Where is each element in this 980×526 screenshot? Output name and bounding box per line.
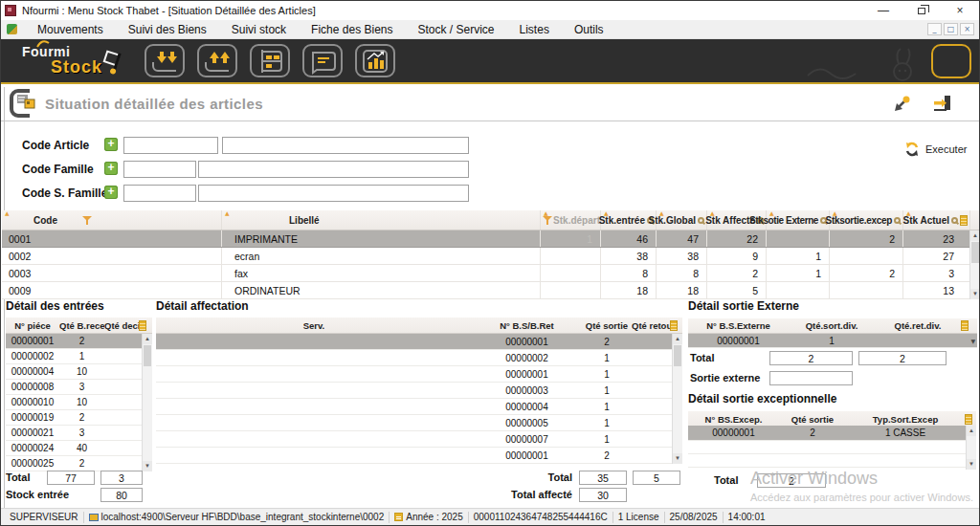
scroll-down-icon[interactable]: ▼ xyxy=(967,459,976,470)
app-icon xyxy=(5,5,16,16)
articles-scrollbar[interactable]: ▲ ▼ xyxy=(969,230,980,299)
list-item[interactable]: 00000001 1 ▼ xyxy=(688,334,977,348)
list-item[interactable]: 000000071 xyxy=(156,431,682,448)
stock-entree-value: 80 xyxy=(100,488,143,502)
search-icon[interactable] xyxy=(951,217,958,224)
filter-funnel-icon[interactable] xyxy=(82,216,92,225)
sort-asc-icon: ▲ xyxy=(833,210,836,216)
column-header-code[interactable]: ▲ Code xyxy=(2,210,222,230)
add-famille-button[interactable]: + xyxy=(104,162,118,175)
list-item[interactable]: 000000213 xyxy=(6,426,152,441)
list-item[interactable]: 000000012 xyxy=(6,334,152,349)
affectation-scrollbar[interactable]: ▲ ▼ xyxy=(672,334,682,464)
column-chooser-icon[interactable] xyxy=(965,414,972,425)
scrollbar-thumb[interactable] xyxy=(674,345,681,366)
mdi-restore-button[interactable]: □ xyxy=(944,23,958,35)
divider xyxy=(664,512,665,523)
scroll-down-icon[interactable]: ▼ xyxy=(143,461,152,471)
list-item[interactable]: 0000000410 xyxy=(6,364,152,380)
entrees-scrollbar[interactable]: ▲ ▼ xyxy=(142,334,152,471)
scroll-down-icon[interactable]: ▼ xyxy=(970,338,975,344)
restore-button[interactable] xyxy=(902,1,941,20)
detail-affectation-panel: Détail affectation Serv. N° B.S/B.Ret Qt… xyxy=(156,299,682,464)
list-item[interactable]: 00000001 2 1 CASSE xyxy=(688,426,976,441)
list-item[interactable] xyxy=(688,454,976,468)
search-icon[interactable] xyxy=(698,217,704,224)
scroll-up-icon[interactable]: ▲ xyxy=(967,426,976,436)
menu-app-icon[interactable] xyxy=(7,24,17,34)
menu-outils[interactable]: Outils xyxy=(562,20,616,39)
menu-stock-service[interactable]: Stock / Service xyxy=(406,20,507,39)
column-chooser-icon[interactable] xyxy=(139,320,146,331)
add-s-famille-button[interactable]: + xyxy=(104,186,118,199)
search-icon[interactable] xyxy=(894,217,901,224)
column-chooser-icon[interactable] xyxy=(670,320,678,331)
toolbar-active-slot-button[interactable] xyxy=(931,44,971,78)
table-row[interactable]: 0003 fax 8 8 2 1 2 3 xyxy=(2,265,980,282)
code-article-input[interactable] xyxy=(123,137,218,154)
menu-suivi-stock[interactable]: Suivi stock xyxy=(219,20,299,39)
scroll-down-icon[interactable]: ▼ xyxy=(970,289,980,299)
menu-mouvements[interactable]: Mouvements xyxy=(25,20,116,39)
famille-description-field[interactable] xyxy=(198,161,469,178)
filter-funnel-icon[interactable] xyxy=(543,216,549,225)
list-item[interactable]: 000000041 xyxy=(156,399,682,415)
list-item[interactable]: 0000001010 xyxy=(6,395,152,410)
column-header-stk-global[interactable]: ▲ Stk.Global xyxy=(657,210,707,230)
close-button[interactable]: × xyxy=(941,1,979,20)
list-item[interactable]: 000000031 xyxy=(156,383,682,399)
list-item[interactable]: 000000083 xyxy=(6,380,152,395)
list-item[interactable] xyxy=(688,441,976,454)
scrollbar-thumb[interactable] xyxy=(144,345,151,366)
pin-icon[interactable] xyxy=(893,94,912,113)
table-row[interactable]: 0009 ORDINATEUR 18 18 5 13 xyxy=(2,282,980,299)
menu-fiche-des-biens[interactable]: Fiche des Biens xyxy=(299,20,405,39)
code-s-famille-input[interactable] xyxy=(123,185,196,202)
toolbar-entries-button[interactable] xyxy=(145,44,185,77)
toolbar-statistics-button[interactable] xyxy=(355,44,395,77)
scroll-down-icon[interactable]: ▼ xyxy=(673,453,682,464)
total-affecte-row: Total affecté 30 xyxy=(472,489,572,500)
scroll-up-icon[interactable]: ▲ xyxy=(143,334,152,344)
column-header-libelle[interactable]: ▲ Libellé xyxy=(222,210,541,230)
menu-suivi-des-biens[interactable]: Suivi des Biens xyxy=(116,20,219,39)
article-description-field[interactable] xyxy=(222,137,469,154)
scroll-up-icon[interactable]: ▲ xyxy=(673,334,682,344)
column-header-stk-actuel[interactable]: ▲ Stk Actuel xyxy=(903,210,970,230)
mdi-close-button[interactable]: × xyxy=(960,23,974,35)
table-row[interactable]: 0001 IMPRIMANTE 1 46 47 22 2 23 xyxy=(2,230,980,248)
code-famille-input[interactable] xyxy=(123,161,196,178)
list-item[interactable]: 000000011 xyxy=(156,366,682,383)
toolbar-exits-button[interactable] xyxy=(197,44,237,77)
list-item[interactable]: 0000002440 xyxy=(6,441,152,456)
scroll-up-icon[interactable]: ▲ xyxy=(970,230,980,241)
scrollbar-thumb[interactable] xyxy=(971,242,979,263)
list-item[interactable]: 000000051 xyxy=(156,415,682,431)
minimize-button[interactable]: — xyxy=(864,1,902,20)
column-chooser-icon[interactable] xyxy=(961,320,969,331)
column-header-stksortie-externe[interactable]: ▲ Stksotie Externe xyxy=(767,210,830,230)
list-item[interactable]: 000000021 xyxy=(156,350,682,366)
execute-button[interactable]: Executer xyxy=(904,142,967,157)
list-item[interactable]: 000000012 xyxy=(156,448,682,464)
list-item[interactable]: 000000192 xyxy=(6,410,152,426)
exit-door-icon[interactable] xyxy=(931,94,952,113)
toolbar-shelf-button[interactable] xyxy=(250,44,290,77)
column-header-stksortie-excep[interactable]: ▲ Stksortie.excep xyxy=(830,210,903,230)
list-item[interactable]: 000000012 xyxy=(156,334,682,350)
table-row[interactable]: 0002 ecran 38 38 9 1 27 xyxy=(2,248,980,265)
mdi-minimize-button[interactable]: _ xyxy=(927,23,942,35)
column-header-stk-depart[interactable]: ▲ Stk.départ xyxy=(541,210,601,230)
affectation-total-retour: 5 xyxy=(633,471,680,485)
list-item[interactable]: 000000021 xyxy=(6,349,152,364)
execute-refresh-icon xyxy=(904,142,920,157)
restore-icon xyxy=(918,8,925,14)
s-famille-description-field[interactable] xyxy=(198,185,469,202)
sortie-externe-value[interactable] xyxy=(769,371,853,385)
menu-listes[interactable]: Listes xyxy=(507,20,562,39)
column-chooser-icon[interactable] xyxy=(960,215,968,226)
sortie-excep-scrollbar[interactable]: ▲ ▼ xyxy=(966,426,976,470)
toolbar-document-button[interactable] xyxy=(302,44,343,77)
database-folder-icon xyxy=(89,514,99,521)
add-article-button[interactable]: + xyxy=(104,138,118,151)
